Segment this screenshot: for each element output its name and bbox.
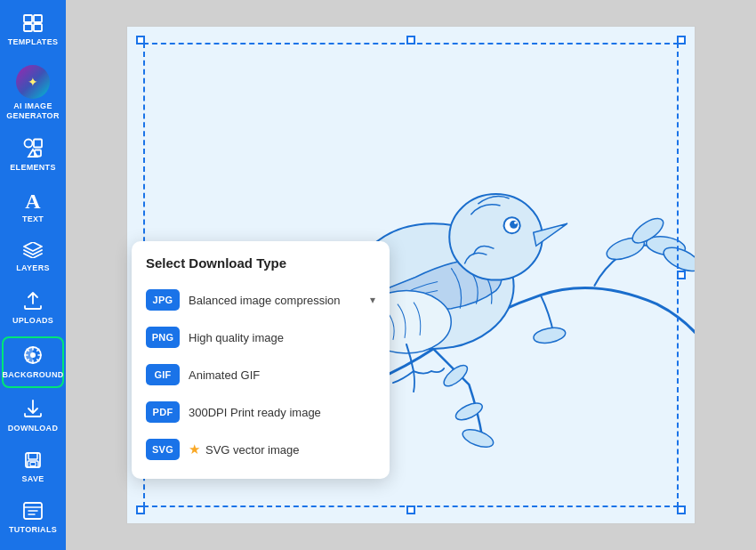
- tutorials-label: TUTORIALS: [9, 525, 57, 535]
- layers-icon: [23, 242, 43, 261]
- handle-top-right[interactable]: [677, 36, 686, 44]
- elements-label: ELEMENTS: [10, 163, 55, 173]
- pro-star-icon: ★: [189, 441, 200, 457]
- download-icon: [23, 399, 43, 421]
- svg-rect-13: [30, 463, 36, 466]
- svg-rect-1: [34, 15, 42, 22]
- sidebar-item-background[interactable]: BACKGROUND: [2, 336, 64, 389]
- text-label: TEXT: [22, 214, 44, 224]
- handle-top-mid[interactable]: [406, 36, 415, 44]
- download-option-jpg[interactable]: JPG Balanced image compression ▾: [132, 281, 390, 319]
- format-badge-pdf: PDF: [146, 401, 180, 423]
- templates-icon: [23, 14, 43, 35]
- download-panel: Select Download Type JPG Balanced image …: [132, 241, 390, 479]
- svg-point-28: [449, 194, 543, 280]
- sidebar-item-uploads[interactable]: UPLOADS: [2, 284, 64, 333]
- handle-bottom-mid[interactable]: [406, 506, 415, 514]
- svg-point-24: [454, 400, 485, 423]
- sidebar: TEMPLATES AI IMAGE GENERATOR ELEMENTS A …: [0, 0, 66, 550]
- tutorials-icon: [23, 502, 43, 522]
- uploads-icon: [23, 291, 43, 313]
- option-text-svg: SVG vector image: [205, 443, 375, 457]
- svg-point-31: [514, 222, 517, 224]
- svg-rect-5: [34, 140, 42, 148]
- format-badge-png: PNG: [146, 327, 180, 348]
- svg-rect-11: [28, 453, 37, 459]
- elements-icon: [23, 138, 43, 160]
- option-text-jpg: Balanced image compression: [189, 294, 366, 307]
- format-badge-svg: SVG: [146, 439, 180, 460]
- uploads-label: UPLOADS: [12, 316, 53, 326]
- sidebar-item-elements[interactable]: ELEMENTS: [2, 131, 64, 180]
- svg-rect-0: [24, 15, 32, 22]
- save-label: SAVE: [21, 474, 44, 484]
- format-badge-jpg: JPG: [146, 289, 180, 311]
- main-canvas-area: Select Download Type JPG Balanced image …: [66, 0, 756, 550]
- format-badge-gif: GIF: [146, 364, 180, 385]
- handle-top-left[interactable]: [136, 36, 145, 44]
- sidebar-item-save[interactable]: SAVE: [2, 444, 64, 491]
- background-label: BACKGROUND: [3, 370, 64, 380]
- download-label: DOWNLOAD: [8, 424, 58, 433]
- panel-title: Select Download Type: [132, 255, 390, 281]
- svg-point-9: [30, 352, 36, 358]
- sidebar-item-ai-image-generator[interactable]: AI IMAGE GENERATOR: [2, 58, 64, 128]
- ai-generator-label: AI IMAGE GENERATOR: [6, 101, 59, 121]
- background-icon: [23, 345, 43, 368]
- svg-point-23: [461, 426, 496, 450]
- layers-label: LAYERS: [16, 263, 49, 273]
- option-text-png: High quality image: [189, 331, 375, 344]
- handle-right-mid[interactable]: [677, 271, 686, 279]
- sidebar-item-tutorials[interactable]: TUTORIALS: [2, 495, 64, 542]
- option-text-gif: Animated GIF: [189, 368, 375, 382]
- svg-point-25: [440, 361, 470, 389]
- sidebar-item-layers[interactable]: LAYERS: [2, 235, 64, 280]
- dropdown-arrow-jpg[interactable]: ▾: [370, 294, 375, 306]
- save-icon: [24, 451, 42, 472]
- handle-bottom-right[interactable]: [677, 506, 686, 514]
- download-option-png[interactable]: PNG High quality image: [132, 319, 390, 356]
- text-icon: A: [25, 190, 40, 212]
- download-option-pdf[interactable]: PDF 300DPI Print ready image: [132, 393, 390, 431]
- panel-scroll[interactable]: JPG Balanced image compression ▾ PNG Hig…: [132, 281, 390, 468]
- ai-generator-icon: [16, 65, 50, 99]
- download-option-svg[interactable]: SVG ★ SVG vector image: [132, 431, 390, 468]
- svg-point-4: [25, 140, 33, 148]
- templates-label: TEMPLATES: [8, 37, 59, 47]
- sidebar-item-download[interactable]: DOWNLOAD: [2, 392, 64, 441]
- svg-rect-2: [24, 24, 32, 31]
- option-text-pdf: 300DPI Print ready image: [189, 406, 375, 419]
- sidebar-item-templates[interactable]: TEMPLATES: [2, 7, 64, 54]
- svg-rect-3: [34, 24, 42, 31]
- svg-point-30: [510, 221, 518, 229]
- handle-bottom-left[interactable]: [136, 506, 145, 514]
- svg-point-22: [533, 326, 567, 345]
- download-option-gif[interactable]: GIF Animated GIF: [132, 356, 390, 393]
- sidebar-item-text[interactable]: A TEXT: [2, 183, 64, 231]
